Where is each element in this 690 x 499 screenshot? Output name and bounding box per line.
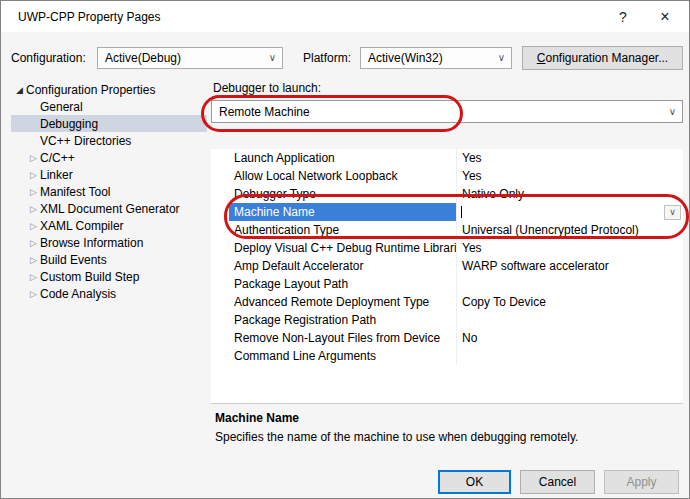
- tree-collapsed-icon[interactable]: ▷: [27, 289, 40, 299]
- chevron-down-icon: ∨: [269, 52, 276, 63]
- configuration-manager-button[interactable]: Configuration Manager...: [522, 46, 683, 70]
- property-row-deploy-debug-runtime-libraries[interactable]: Deploy Visual C++ Debug Runtime Librarie…: [229, 239, 683, 257]
- configuration-value: Active(Debug): [105, 51, 181, 65]
- tree-item-browse-information[interactable]: ▷ Browse Information: [11, 234, 207, 251]
- title-bar: UWP-CPP Property Pages: [1, 1, 689, 32]
- property-row-machine-name[interactable]: Machine Name ∨: [229, 203, 683, 221]
- text-caret: [461, 206, 462, 218]
- tree-collapsed-icon[interactable]: ▷: [27, 204, 40, 214]
- tree-item-configuration-properties[interactable]: ◢ Configuration Properties: [11, 81, 207, 98]
- tree-expanded-icon[interactable]: ◢: [13, 85, 26, 95]
- apply-button: Apply: [604, 470, 679, 494]
- property-row-debugger-type[interactable]: Debugger Type Native Only: [229, 185, 683, 203]
- property-row-package-layout-path[interactable]: Package Layout Path: [229, 275, 683, 293]
- chevron-down-icon: ∨: [498, 52, 505, 63]
- property-row-command-line-arguments[interactable]: Command Line Arguments: [229, 347, 683, 365]
- tree-item-xml-document-generator[interactable]: ▷ XML Document Generator: [11, 200, 207, 217]
- configuration-label: Configuration:: [11, 51, 86, 65]
- chevron-down-icon: ∨: [669, 106, 676, 117]
- tree-collapsed-icon[interactable]: ▷: [27, 238, 40, 248]
- tree-collapsed-icon[interactable]: ▷: [27, 272, 40, 282]
- machine-name-dropdown-button[interactable]: ∨: [664, 205, 681, 220]
- tree-item-manifest-tool[interactable]: ▷ Manifest Tool: [11, 183, 207, 200]
- platform-value: Active(Win32): [368, 51, 443, 65]
- tree-item-c-cpp[interactable]: ▷ C/C++: [11, 149, 207, 166]
- chevron-down-icon: ∨: [669, 207, 676, 217]
- tree-item-xaml-compiler[interactable]: ▷ XAML Compiler: [11, 217, 207, 234]
- property-row-remove-non-layout-files[interactable]: Remove Non-Layout Files from Device No: [229, 329, 683, 347]
- machine-name-value-editor[interactable]: ∨: [456, 203, 683, 221]
- debugger-to-launch-label: Debugger to launch:: [213, 81, 321, 95]
- property-row-amp-default-accelerator[interactable]: Amp Default Accelerator WARP software ac…: [229, 257, 683, 275]
- property-pages-dialog: UWP-CPP Property Pages ? × Configuration…: [0, 0, 690, 499]
- tree-collapsed-icon[interactable]: ▷: [27, 255, 40, 265]
- help-button[interactable]: ?: [606, 1, 640, 32]
- close-icon: ×: [660, 8, 669, 26]
- debugger-to-launch-dropdown[interactable]: Remote Machine ∨: [211, 100, 683, 123]
- tree-item-custom-build-step[interactable]: ▷ Custom Build Step: [11, 268, 207, 285]
- tree-item-general[interactable]: General: [11, 98, 207, 115]
- tree-item-vcpp-directories[interactable]: VC++ Directories: [11, 132, 207, 149]
- tree-item-linker[interactable]: ▷ Linker: [11, 166, 207, 183]
- tree-item-debugging[interactable]: Debugging: [11, 115, 207, 132]
- tree-collapsed-icon[interactable]: ▷: [27, 170, 40, 180]
- property-grid: Launch Application Yes Allow Local Netwo…: [211, 149, 683, 403]
- description-text: Specifies the name of the machine to use…: [215, 430, 679, 444]
- property-row-advanced-remote-deployment-type[interactable]: Advanced Remote Deployment Type Copy To …: [229, 293, 683, 311]
- platform-dropdown[interactable]: Active(Win32) ∨: [360, 47, 512, 69]
- help-icon: ?: [619, 9, 627, 25]
- platform-label: Platform:: [303, 51, 351, 65]
- cancel-button[interactable]: Cancel: [520, 470, 595, 494]
- tree-item-build-events[interactable]: ▷ Build Events: [11, 251, 207, 268]
- tree-collapsed-icon[interactable]: ▷: [27, 221, 40, 231]
- description-title: Machine Name: [215, 411, 679, 425]
- configuration-tree: ◢ Configuration Properties General Debug…: [11, 81, 207, 302]
- configuration-dropdown[interactable]: Active(Debug) ∨: [97, 47, 283, 69]
- property-row-package-registration-path[interactable]: Package Registration Path: [229, 311, 683, 329]
- close-button[interactable]: ×: [648, 1, 682, 32]
- window-title: UWP-CPP Property Pages: [18, 10, 161, 24]
- ok-button[interactable]: OK: [438, 470, 511, 494]
- tree-collapsed-icon[interactable]: ▷: [27, 187, 40, 197]
- tree-item-code-analysis[interactable]: ▷ Code Analysis: [11, 285, 207, 302]
- property-row-authentication-type[interactable]: Authentication Type Universal (Unencrypt…: [229, 221, 683, 239]
- property-row-launch-application[interactable]: Launch Application Yes: [229, 149, 683, 167]
- tree-collapsed-icon[interactable]: ▷: [27, 153, 40, 163]
- property-row-allow-local-network-loopback[interactable]: Allow Local Network Loopback Yes: [229, 167, 683, 185]
- debugger-to-launch-value: Remote Machine: [219, 105, 310, 119]
- property-description-pane: Machine Name Specifies the name of the m…: [211, 403, 683, 457]
